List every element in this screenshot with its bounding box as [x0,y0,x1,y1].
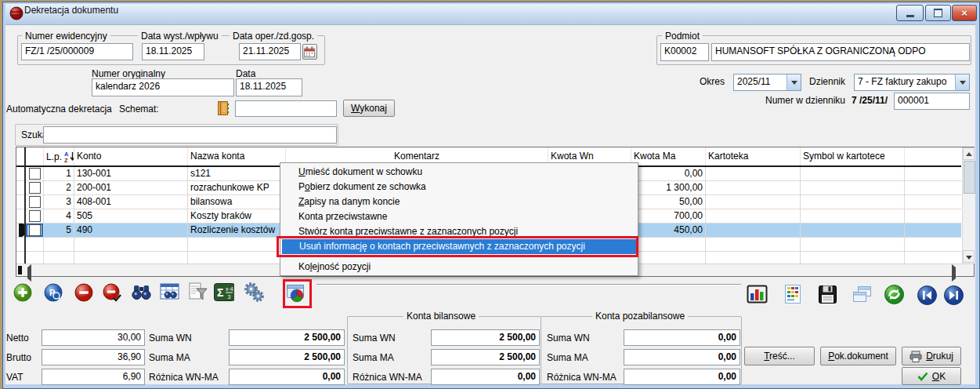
arrow-down-icon [966,256,972,263]
notebook-icon [215,100,230,117]
calendar-button[interactable] [302,44,317,60]
scroll-down-button[interactable] [963,250,975,263]
netto-field: 30,00 [42,329,145,346]
wykonaj-button[interactable]: Wykonaj [343,100,395,117]
vertical-scrollbar-thumb[interactable] [964,161,975,194]
schemat-field[interactable] [235,100,337,117]
numer-oryginalny-field[interactable]: kalendarz 2026 [92,78,234,96]
drukuj-button[interactable]: Drukuj [902,347,961,365]
cell-kwota-ma [631,252,706,264]
header-checkbox[interactable] [26,147,44,165]
refresh-button[interactable] [882,283,906,305]
cell-kwota-ma: 700,00 [631,209,706,223]
close-button[interactable]: × [952,5,977,21]
first-record-icon [917,285,938,306]
first-record-button[interactable] [916,284,938,306]
data-operacji-field[interactable]: 21.11.2025 [239,43,301,60]
maximize-icon [934,9,942,17]
tresc-label: Treść... [764,351,795,362]
search-in-table-button[interactable] [160,282,180,302]
menu-item-zapisy-na-danym-koncie[interactable]: Zapisy na danym koncie [281,194,637,209]
preview-row-button[interactable]: P [43,282,63,303]
menu-item-umiesc-dokument-w-schowku[interactable]: Umieść dokument w schowku [281,165,637,180]
arrow-up-icon [966,149,972,156]
ok-button[interactable]: OK [902,367,961,385]
cell-konto [74,252,188,264]
delete-marked-rows-button[interactable] [102,282,122,303]
vertical-scrollbar[interactable] [962,147,975,264]
maximize-button[interactable] [925,5,951,21]
search-input[interactable] [43,126,337,144]
screen: Dekretacja dokumentu × Numer ewidencyjny… [0,0,980,389]
header-kwota-ma[interactable]: Kwota Ma [631,147,706,165]
dziennik-dropdown-button[interactable] [955,75,969,90]
row-checkbox-cell[interactable] [26,209,44,223]
header-nazwa-konta[interactable]: Nazwa konta [188,147,286,165]
cell-kartoteka [706,167,801,180]
tresc-button[interactable]: Treść... [744,347,815,365]
row-checkbox-cell[interactable] [26,224,44,237]
sum-button[interactable]: Σx·43 [214,282,234,302]
printer-icon [909,351,922,362]
netto-label: Netto [6,333,29,344]
minimize-icon [906,15,914,17]
numer-w-dzienniku-field[interactable]: 000001 [894,93,970,110]
titlebar[interactable] [5,4,975,25]
horizontal-scrollbar-thumb[interactable] [18,266,22,274]
okres-combo[interactable]: 2025/11 [733,74,801,91]
search-button[interactable] [131,282,151,302]
settings-button[interactable] [244,282,264,302]
cell-symbol [801,252,905,264]
scroll-left-button[interactable] [24,267,34,278]
okres-value: 2025/11 [737,76,771,87]
last-record-icon [943,285,964,306]
suma-ma-field: 2 500,00 [229,349,345,365]
header-kartoteka[interactable]: Kartoteka [706,147,801,165]
podmiot-name-field[interactable]: HUMANSOFT SPÓŁKA Z OGRANICZONĄ ODPO [711,43,970,61]
last-record-button[interactable] [942,284,964,306]
header-konto[interactable]: Konto [74,147,188,165]
row-checkbox[interactable] [29,210,41,222]
data-wystawienia-field[interactable]: 18.11.2025 [142,43,204,60]
schemat-label: Schemat: [119,104,159,115]
menu-item-kolejnosc-pozycji[interactable]: Kolejność pozycji [281,260,637,274]
calendar-icon [304,46,316,58]
row-checkbox[interactable] [29,182,41,194]
save-button[interactable] [815,283,839,305]
cell-nazwa-konta [188,238,286,251]
podmiot-code-field[interactable]: K00002 [660,43,709,61]
header-symbol-w-kartotece[interactable]: Symbol w kartotece [801,147,905,165]
add-row-button[interactable] [13,282,33,303]
row-checkbox-cell[interactable] [26,181,44,194]
kp-roznica-field: 0,00 [624,369,740,385]
cell-symbol [801,181,905,194]
dziennik-combo[interactable]: 7 - FZ faktury zakupo [854,74,970,91]
scroll-up-button[interactable] [963,147,975,160]
copy-document-button[interactable] [850,283,873,305]
pok-dokument-button[interactable]: Pok.dokument [820,347,896,365]
cell-kartoteka [706,224,801,237]
chart-button[interactable] [745,283,768,305]
schemat-picker-button[interactable] [215,100,230,119]
row-checkbox-cell[interactable] [26,195,44,209]
marker-column-divider [24,147,26,264]
report-button[interactable] [781,283,805,305]
numer-ewidencyjny-field[interactable]: FZ/1 /25/000009 [21,43,133,60]
roznica-wn-ma-label: Różnica WN-MA [149,372,219,383]
menu-item-konta-przeciwstawne[interactable]: Konta przeciwstawne [281,209,637,224]
row-checkbox[interactable] [29,224,41,236]
filter-button[interactable] [187,282,208,302]
delete-row-button[interactable] [74,282,94,303]
svg-text:3: 3 [228,294,231,300]
menu-item-pobierz-dokument-ze-schowka[interactable]: Pobierz dokument ze schowka [281,180,637,194]
row-checkbox-cell[interactable] [26,167,44,180]
arrow-right-icon [952,264,959,282]
data-oryginalna-field[interactable]: 18.11.2025 [236,78,302,96]
minimize-button[interactable] [896,5,924,21]
row-checkbox[interactable] [29,168,41,180]
okres-dropdown-button[interactable] [787,75,801,90]
scroll-right-button[interactable] [949,267,959,278]
row-checkbox[interactable] [29,196,41,208]
header-lp[interactable]: L.p. AZ [44,147,74,165]
cell-filler [905,252,961,264]
